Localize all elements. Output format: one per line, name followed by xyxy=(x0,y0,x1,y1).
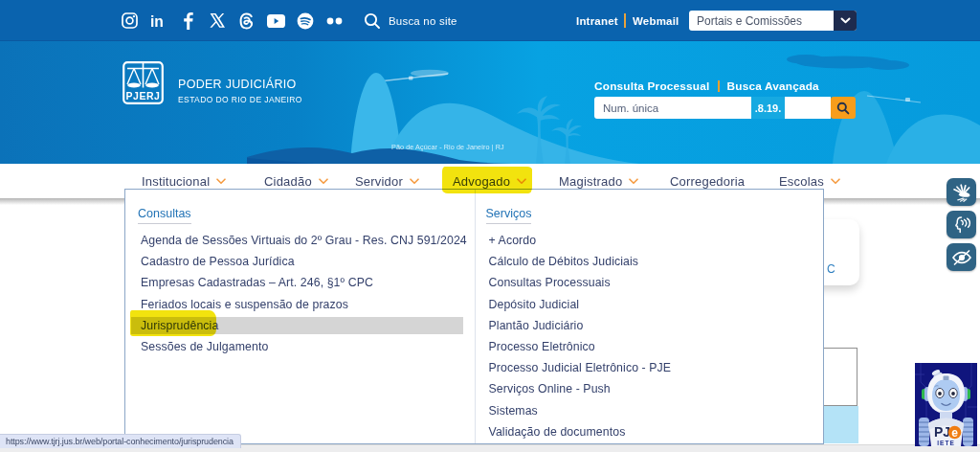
column-header-consultas[interactable]: Consultas xyxy=(138,207,191,224)
menu-item[interactable]: Processo Eletrônico xyxy=(476,336,824,357)
visibility-icon xyxy=(951,249,972,266)
menu-item-label: Jurisprudência xyxy=(141,319,218,332)
consulta-processual-link[interactable]: Consulta Processual xyxy=(594,79,710,93)
portals-select-button[interactable] xyxy=(834,11,857,31)
pje-logo-text: PJ xyxy=(934,424,950,440)
webmail-link[interactable]: Webmail xyxy=(633,0,679,41)
nav-label: Magistrado xyxy=(559,174,622,189)
pjerj-logo: PJERJ xyxy=(122,61,164,104)
process-search-links: Consulta Processual Busca Avançada xyxy=(594,79,819,93)
hero-banner: Pão de Açúcar - Rio de Janeiro | RJ PJER… xyxy=(0,41,980,164)
portals-select-value: Portais e Comissões xyxy=(689,14,834,28)
chevron-down-icon xyxy=(629,178,638,185)
megamenu-column-consultas: Consultas Agenda de Sessões Virtuais do … xyxy=(125,190,475,443)
visibility-button[interactable] xyxy=(947,243,976,271)
menu-item[interactable]: Consultas Processuais xyxy=(476,272,824,293)
chatbot-launcher[interactable]: PJ e IETE xyxy=(915,363,977,446)
process-origin-input[interactable] xyxy=(785,97,831,119)
megamenu-column-servicos: Serviços + Acordo Cálculo de Débitos Jud… xyxy=(475,190,824,443)
status-url: https://www.tjrj.jus.br/web/portal-conhe… xyxy=(6,437,234,446)
topbar-separator xyxy=(624,13,626,28)
servicos-items: + Acordo Cálculo de Débitos Judiciais Co… xyxy=(476,230,824,442)
menu-item[interactable]: Processo Judicial Eletrônico - PJE xyxy=(476,357,824,378)
nav-label: Corregedoria xyxy=(670,174,745,189)
intranet-link[interactable]: Intranet xyxy=(576,0,618,41)
org-subtitle: ESTADO DO RIO DE JANEIRO xyxy=(178,95,302,104)
menu-item[interactable]: Sessões de Julgamento xyxy=(125,336,475,357)
sign-language-icon xyxy=(951,182,972,202)
portals-select[interactable]: Portais e Comissões xyxy=(689,11,857,31)
menu-item[interactable]: Sistemas xyxy=(476,400,824,421)
menu-item-jurisprudencia[interactable]: Jurisprudência xyxy=(125,315,475,336)
nav-label: Institucional xyxy=(142,174,210,189)
menu-item[interactable]: Empresas Cadastradas – Art. 246, §1º CPC xyxy=(125,272,475,293)
process-number-input[interactable] xyxy=(594,97,751,119)
accessibility-toolbar xyxy=(947,178,976,276)
menu-item[interactable]: Cálculo de Débitos Judiciais xyxy=(476,251,824,272)
nav-label: Advogado xyxy=(453,174,510,189)
process-number-form: .8.19. xyxy=(594,97,856,119)
chevron-down-icon xyxy=(410,178,419,185)
links-separator xyxy=(718,80,720,92)
topbar-right-group: Intranet Webmail Portais e Comissões xyxy=(0,0,980,41)
chevron-down-icon xyxy=(216,178,226,185)
logo-acronym: PJERJ xyxy=(126,90,161,102)
chevron-down-icon xyxy=(517,178,526,185)
chevron-down-icon xyxy=(319,178,328,185)
process-number-fixed-segment: .8.19. xyxy=(751,97,785,119)
menu-item[interactable]: Serviços Online - Push xyxy=(476,378,824,399)
nav-label: Escolas xyxy=(779,174,824,189)
menu-item[interactable]: Agenda de Sessões Virtuais do 2º Grau - … xyxy=(125,230,475,251)
busca-avancada-link[interactable]: Busca Avançada xyxy=(727,79,819,93)
org-name: PODER JUDICIÁRIO xyxy=(178,79,302,91)
brand-text: PODER JUDICIÁRIO ESTADO DO RIO DE JANEIR… xyxy=(178,61,302,104)
pje-robot-avatar: PJ e IETE xyxy=(915,363,977,446)
browser-status-bar: https://www.tjrj.jus.br/web/portal-conhe… xyxy=(0,434,241,448)
robot-name: IETE xyxy=(937,440,954,446)
menu-item[interactable]: Validação de documentos xyxy=(476,421,824,442)
pjerj-brand[interactable]: PJERJ PODER JUDICIÁRIO ESTADO DO RIO DE … xyxy=(122,61,302,104)
consultas-items: Agenda de Sessões Virtuais do 2º Grau - … xyxy=(125,230,475,357)
pje-logo-e: e xyxy=(951,426,958,440)
menu-item[interactable]: + Acordo xyxy=(476,230,824,251)
sign-language-button[interactable] xyxy=(947,178,976,206)
process-search-button[interactable] xyxy=(831,97,856,119)
photo-caption-svg: Pão de Açúcar - Rio de Janeiro | RJ xyxy=(391,143,504,151)
menu-item[interactable]: Cadastro de Pessoa Jurídica xyxy=(125,251,475,272)
nav-label: Cidadão xyxy=(264,174,312,189)
pjerj-portal-page: in Busca no xyxy=(0,0,980,452)
search-icon xyxy=(836,102,850,115)
text-to-speech-button[interactable] xyxy=(947,211,976,238)
top-bar: in Busca no xyxy=(0,0,980,41)
menu-item[interactable]: Plantão Judiciário xyxy=(476,315,824,336)
speech-icon xyxy=(952,215,971,235)
menu-item[interactable]: Feriados locais e suspensão de prazos xyxy=(125,294,475,315)
process-search-widget: Consulta Processual Busca Avançada .8.19… xyxy=(594,79,819,93)
nav-label: Servidor xyxy=(355,174,403,189)
chevron-down-icon xyxy=(831,178,840,185)
background-card-letter: C xyxy=(827,262,835,276)
chevron-down-icon xyxy=(840,17,851,24)
column-header-servicos[interactable]: Serviços xyxy=(486,207,532,224)
menu-item[interactable]: Depósito Judicial xyxy=(476,294,824,315)
advogado-megamenu: Consultas Agenda de Sessões Virtuais do … xyxy=(124,189,824,444)
